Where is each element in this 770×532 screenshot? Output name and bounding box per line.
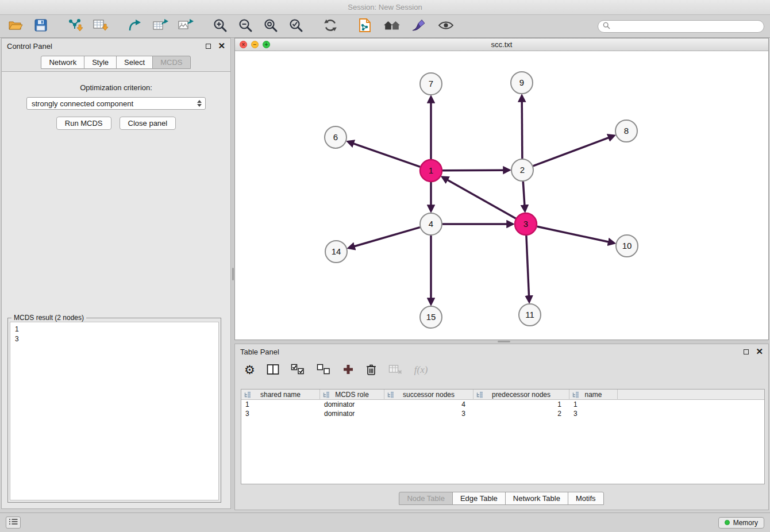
graph-edge-1-6[interactable]: [353, 144, 420, 167]
tab-select[interactable]: Select: [116, 56, 153, 69]
close-panel-button[interactable]: Close panel: [120, 117, 176, 130]
control-panel-tabs: NetworkStyleSelectMCDS: [2, 56, 230, 69]
network-overview-button[interactable]: [382, 17, 402, 36]
tab-motifs[interactable]: Motifs: [568, 492, 604, 505]
tab-network[interactable]: Network: [41, 56, 84, 69]
table-cell[interactable]: dominator: [320, 400, 384, 409]
control-panel-title: Control Panel: [7, 42, 52, 51]
mcds-result-title: MCDS result (2 nodes): [11, 314, 86, 322]
column-header-mcds-role[interactable]: MCDS role: [320, 390, 384, 400]
close-panel-icon[interactable]: ✕: [218, 43, 225, 49]
minimize-window-icon[interactable]: −: [251, 41, 259, 48]
open-session-button[interactable]: [6, 17, 25, 36]
mcds-result-group: MCDS result (2 nodes) 13: [7, 318, 221, 503]
optimization-criterion-select[interactable]: strongly connected component: [26, 97, 206, 110]
float-table-panel-icon[interactable]: [744, 349, 749, 354]
graph-node-label: 15: [426, 312, 436, 322]
tab-node-table[interactable]: Node Table: [399, 492, 453, 505]
show-details-button[interactable]: [436, 17, 456, 36]
optimization-criterion-label: Optimization criterion:: [2, 83, 230, 92]
table-cell[interactable]: 3: [569, 409, 618, 418]
graph-node-label: 4: [429, 219, 433, 229]
deselect-all-columns-icon[interactable]: [317, 364, 331, 377]
column-header-successor-nodes[interactable]: successor nodes: [384, 390, 473, 400]
save-session-button[interactable]: [31, 17, 51, 36]
graph-edge-2-3[interactable]: [523, 182, 525, 205]
show-columns-icon[interactable]: [267, 364, 279, 377]
graph-edge-4-14[interactable]: [355, 228, 420, 246]
table-row[interactable]: 3dominator323: [241, 409, 764, 418]
tab-network-table[interactable]: Network Table: [505, 492, 568, 505]
table-cell[interactable]: 2: [473, 409, 569, 418]
table-cell[interactable]: dominator: [320, 409, 384, 418]
network-canvas[interactable]: 7968124310141511: [235, 51, 768, 340]
graph-edge-3-11[interactable]: [526, 236, 529, 296]
mcds-result-list[interactable]: 13: [10, 322, 219, 500]
memory-button[interactable]: Memory: [718, 517, 764, 529]
node-table: shared nameMCDS rolesuccessor nodesprede…: [241, 389, 765, 484]
select-all-columns-icon[interactable]: [291, 364, 305, 377]
table-cell[interactable]: 1: [241, 400, 320, 409]
import-network-button[interactable]: [66, 17, 85, 36]
control-panel-header: Control Panel ✕: [2, 38, 230, 53]
search-field[interactable]: [598, 20, 764, 33]
zoom-out-button[interactable]: [236, 17, 255, 36]
table-settings-gear-icon[interactable]: ⚙: [244, 364, 255, 376]
export-image-button[interactable]: [176, 17, 195, 36]
column-header-label: predecessor nodes: [492, 391, 550, 399]
graph-edge-3-10[interactable]: [537, 226, 609, 242]
column-header-name[interactable]: name: [569, 390, 618, 400]
table-cell[interactable]: 3: [241, 409, 320, 418]
maximize-window-icon[interactable]: +: [263, 41, 270, 48]
zoom-fit-button[interactable]: [261, 17, 280, 36]
table-panel: Table Panel ✕ ⚙ f(x) shared nameMCDS rol…: [234, 344, 769, 510]
column-header-label: shared name: [260, 391, 301, 399]
table-row[interactable]: 1dominator411: [241, 400, 764, 409]
export-network-button[interactable]: [125, 17, 145, 36]
mcds-tab-content: Optimization criterion: strongly connect…: [2, 71, 230, 508]
export-table-button[interactable]: [151, 17, 170, 36]
tab-style[interactable]: Style: [84, 56, 117, 69]
graph-edge-3-1[interactable]: [448, 180, 516, 218]
graph-node-label: 2: [520, 165, 525, 175]
graph-node-label: 9: [519, 78, 524, 87]
tab-mcds[interactable]: MCDS: [152, 56, 190, 69]
table-panel-title: Table Panel: [240, 348, 279, 356]
status-menu-button[interactable]: [6, 516, 21, 529]
graph-edge-1-2[interactable]: [442, 170, 503, 171]
combo-stepper-icon: [197, 100, 202, 107]
network-view-window: × − + scc.txt 7968124310141511: [234, 38, 769, 340]
column-header-shared-name[interactable]: shared name: [241, 390, 320, 400]
paintbrush-icon: [411, 18, 426, 34]
network-window-title: scc.txt: [491, 40, 513, 49]
graph-edge-2-8[interactable]: [533, 138, 609, 166]
export-image-icon: [178, 18, 194, 34]
search-icon: [603, 22, 610, 31]
memory-button-label: Memory: [733, 519, 758, 527]
import-table-button[interactable]: [91, 17, 110, 36]
table-toolbar: ⚙ f(x): [235, 360, 768, 380]
tab-edge-table[interactable]: Edge Table: [452, 492, 506, 505]
search-input[interactable]: [613, 22, 759, 31]
zoom-selected-button[interactable]: [286, 17, 306, 36]
close-window-icon[interactable]: ×: [240, 41, 247, 48]
zoom-in-icon: [213, 18, 228, 34]
network-window-titlebar[interactable]: × − + scc.txt: [235, 38, 768, 51]
apply-style-button[interactable]: [409, 17, 429, 36]
float-panel-icon[interactable]: [206, 44, 211, 49]
first-neighbors-button[interactable]: [355, 17, 375, 36]
table-cell[interactable]: 3: [384, 409, 473, 418]
table-cell[interactable]: 1: [473, 400, 569, 409]
main-toolbar: [0, 15, 770, 38]
zoom-in-button[interactable]: [210, 17, 230, 36]
graph-node-label: 10: [622, 241, 632, 250]
column-header-predecessor-nodes[interactable]: predecessor nodes: [473, 390, 569, 400]
table-cell[interactable]: 1: [569, 400, 618, 409]
add-column-icon[interactable]: [342, 364, 354, 377]
graph-edge-2-9[interactable]: [522, 102, 522, 159]
refresh-layout-button[interactable]: [321, 17, 340, 36]
run-mcds-button[interactable]: Run MCDS: [56, 117, 111, 130]
table-cell[interactable]: 4: [384, 400, 473, 409]
close-table-panel-icon[interactable]: ✕: [756, 349, 763, 354]
delete-column-icon[interactable]: [365, 363, 377, 377]
